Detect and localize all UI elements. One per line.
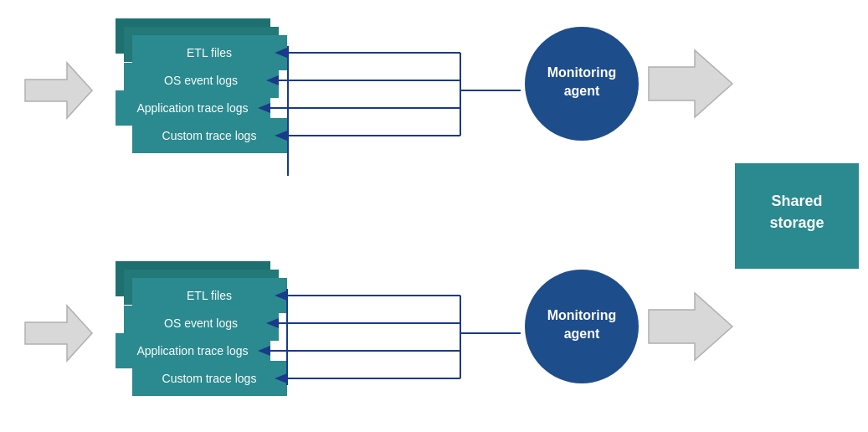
agent-label2-row2: agent [564, 327, 600, 341]
app-logs-label-row1: Application trace logs [136, 101, 248, 115]
custom-logs-label-row2: Custom trace logs [162, 372, 257, 385]
etl-files-label-row1: ETL files [187, 46, 232, 59]
input-arrow-2 [25, 306, 92, 361]
output-arrow-row2 [649, 293, 732, 360]
etl-files-label-row2: ETL files [187, 289, 232, 302]
os-logs-label-row2: OS event logs [164, 316, 238, 330]
app-logs-label-row2: Application trace logs [136, 344, 248, 357]
architecture-diagram: ETL files OS event logs Application trac… [0, 0, 868, 432]
agent-label2-row1: agent [564, 84, 600, 98]
os-logs-label-row1: OS event logs [164, 74, 238, 87]
input-arrow-1 [25, 63, 92, 118]
custom-logs-label-row1: Custom trace logs [162, 129, 257, 142]
agent-label1-row1: Monitoring [547, 65, 617, 80]
agent-label1-row2: Monitoring [547, 308, 617, 322]
connector-v-row1 [287, 46, 289, 176]
output-arrow-row1 [649, 50, 732, 117]
shared-storage-label2: storage [769, 214, 824, 231]
shared-storage-label1: Shared [771, 193, 822, 209]
